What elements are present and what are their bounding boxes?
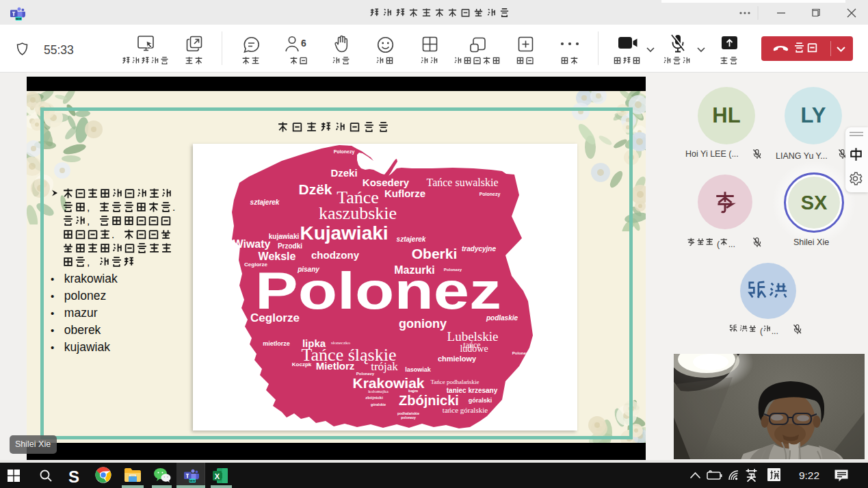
svg-text:Kuflorze: Kuflorze (384, 188, 425, 199)
svg-text:NEW: NEW (189, 480, 196, 483)
svg-text:Dzeki: Dzeki (330, 167, 357, 179)
svg-text:Przodki: Przodki (278, 242, 302, 250)
svg-text:góralskie: góralskie (371, 402, 386, 407)
svg-text:Polonezy: Polonezy (334, 149, 355, 155)
svg-text:Polonezy: Polonezy (512, 351, 531, 355)
svg-text:Weksle: Weksle (259, 251, 296, 262)
svg-text:Polonez: Polonez (255, 261, 501, 320)
svg-text:lasowiak: lasowiak (405, 366, 432, 373)
svg-text:polonezy: polonezy (401, 415, 416, 420)
svg-text:tradycyjne: tradycyjne (462, 245, 496, 253)
svg-text:kujawiaki: kujawiaki (269, 233, 300, 240)
svg-text:Tańce suwalskie: Tańce suwalskie (426, 177, 498, 188)
svg-text:Oberki: Oberki (412, 246, 458, 261)
svg-text:ludowe: ludowe (460, 344, 488, 354)
svg-text:Koczpk: Koczpk (292, 361, 312, 368)
svg-text:góralski: góralski (469, 397, 492, 404)
svg-text:Tańce podhalańskie: Tańce podhalańskie (430, 378, 479, 385)
svg-text:Mietlorz: Mietlorz (316, 360, 355, 372)
svg-text:mietlorze: mietlorze (263, 340, 290, 347)
svg-text:chmielowy: chmielowy (438, 355, 477, 363)
svg-text:Kosedery: Kosedery (363, 177, 410, 188)
svg-text:Dzëk: Dzëk (298, 181, 332, 197)
svg-text:sztajerek: sztajerek (397, 235, 426, 243)
svg-text:NEW: NEW (16, 18, 22, 21)
svg-text:trójak: trójak (371, 360, 398, 373)
svg-text:X: X (215, 472, 220, 480)
svg-text:kaszubskie: kaszubskie (319, 203, 397, 223)
svg-text:zbójnicki: zbójnicki (365, 396, 383, 400)
svg-text:Kujawiaki: Kujawiaki (300, 222, 388, 244)
svg-text:kołomajka: kołomajka (368, 389, 389, 394)
svg-text:sztajerek: sztajerek (250, 198, 280, 206)
svg-text:Wiwaty: Wiwaty (233, 238, 271, 250)
svg-text:chodzony: chodzony (311, 249, 360, 261)
svg-text:Polonezy: Polonezy (479, 192, 501, 197)
svg-text:tańce góralskie: tańce góralskie (443, 406, 488, 414)
